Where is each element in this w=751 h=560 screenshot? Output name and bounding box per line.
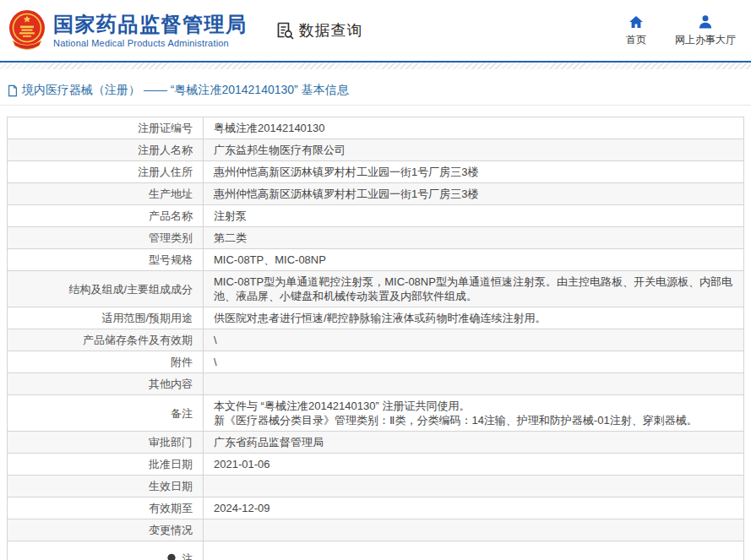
- data-query-label: 数据查询: [299, 20, 363, 41]
- data-query-section[interactable]: 数据查询: [275, 20, 363, 41]
- registration-info-table: 注册证编号 粤械注准20142140130 注册人名称 广东益邦生物医疗有限公司…: [7, 117, 744, 560]
- user-icon: [697, 14, 714, 30]
- table-row: 附件 \: [8, 351, 744, 373]
- nav-service-hall[interactable]: 网上办事大厅: [675, 14, 736, 47]
- row-value: 详情: [204, 541, 744, 560]
- row-label: 结构及组成/主要组成成分: [8, 271, 204, 307]
- table-row: 备注 本文件与 “粤械注准20142140130” 注册证共同使用。 新《医疗器…: [8, 395, 744, 432]
- table-row: 产品名称 注射泵: [8, 205, 744, 227]
- table-row: 型号规格 MIC-08TP、MIC-08NP: [8, 249, 744, 271]
- table-row: 管理类别 第二类: [8, 227, 744, 249]
- row-label: 有效期至: [8, 497, 204, 519]
- row-value: 2021-01-06: [204, 454, 744, 476]
- row-label: 适用范围/预期用途: [8, 307, 204, 329]
- table-row: 注 详情: [8, 541, 744, 560]
- table-row: 批准日期 2021-01-06: [8, 454, 744, 476]
- row-label: 管理类别: [8, 227, 204, 249]
- row-value: 广东益邦生物医疗有限公司: [204, 139, 744, 161]
- table-row: 有效期至 2024-12-09: [8, 497, 744, 519]
- table-row: 变更情况: [8, 519, 744, 541]
- row-value: 粤械注准20142140130: [204, 117, 744, 139]
- note-icon: [166, 554, 180, 560]
- nav-home-label: 首页: [626, 33, 646, 47]
- row-value: 第二类: [204, 227, 744, 249]
- table-row: 适用范围/预期用途 供医院对患者进行恒速/靶控静脉输注液体或药物时准确连续注射用…: [8, 307, 744, 329]
- brand-text: 国家药品监督管理局 National Medical Products Admi…: [53, 13, 248, 48]
- site-header: 国家药品监督管理局 National Medical Products Admi…: [0, 0, 751, 61]
- row-value: MIC-08TP型为单通道靶控注射泵，MIC-08NP型为单通道恒速注射泵。由主…: [204, 271, 744, 307]
- row-value: 本文件与 “粤械注准20142140130” 注册证共同使用。 新《医疗器械分类…: [204, 395, 744, 432]
- row-label: 变更情况: [8, 519, 204, 541]
- row-value: 广东省药品监督管理局: [204, 432, 744, 454]
- row-value: \: [204, 351, 744, 373]
- nav-service-hall-label: 网上办事大厅: [675, 33, 736, 47]
- table-row: 审批部门 广东省药品监督管理局: [8, 432, 744, 454]
- row-label: 备注: [8, 395, 204, 432]
- row-value: \: [204, 329, 744, 351]
- row-value: 惠州仲恺高新区沥林镇罗村村工业园一街1号厂房三3楼: [204, 161, 744, 183]
- brand: 国家药品监督管理局 National Medical Products Admi…: [7, 8, 248, 52]
- nav-home[interactable]: 首页: [626, 14, 646, 47]
- breadcrumb: 境内医疗器械（注册） —— “粤械注准20142140130” 基本信息: [0, 83, 751, 106]
- row-value: [204, 519, 744, 541]
- table-row: 结构及组成/主要组成成分 MIC-08TP型为单通道靶控注射泵，MIC-08NP…: [8, 271, 744, 307]
- row-label: 注册人住所: [8, 161, 204, 183]
- brand-title: 国家药品监督管理局: [53, 13, 248, 36]
- row-label: 注册人名称: [8, 139, 204, 161]
- row-value: [204, 373, 744, 395]
- table-row: 其他内容: [8, 373, 744, 395]
- row-value: [204, 476, 744, 497]
- home-icon: [628, 14, 645, 30]
- table-row: 产品储存条件及有效期 \: [8, 329, 744, 351]
- page-icon: [7, 84, 19, 97]
- header-nav: 首页 网上办事大厅: [626, 14, 736, 47]
- table-row: 注册人住所 惠州仲恺高新区沥林镇罗村村工业园一街1号厂房三3楼: [8, 161, 744, 183]
- row-label: 审批部门: [8, 432, 204, 454]
- breadcrumb-text: 境内医疗器械（注册） —— “粤械注准20142140130” 基本信息: [22, 83, 349, 98]
- row-value: 2024-12-09: [204, 497, 744, 519]
- row-label: 注册证编号: [8, 117, 204, 139]
- row-label: 其他内容: [8, 373, 204, 395]
- row-label: 型号规格: [8, 249, 204, 271]
- row-label: 生产地址: [8, 183, 204, 205]
- note-label: 注: [182, 552, 193, 560]
- brand-subtitle: National Medical Products Administration: [53, 38, 248, 48]
- row-label: 批准日期: [8, 454, 204, 476]
- stripe-band: [0, 63, 751, 69]
- table-row: 生产地址 惠州仲恺高新区沥林镇罗村村工业园一街1号厂房三3楼: [8, 183, 744, 205]
- table-row: 生效日期: [8, 476, 744, 497]
- document-search-icon: [275, 20, 295, 41]
- row-label: 注: [8, 541, 204, 560]
- nmpa-emblem-logo: [7, 8, 47, 52]
- row-value: 注射泵: [204, 205, 744, 227]
- row-label: 生效日期: [8, 476, 204, 497]
- row-value: 供医院对患者进行恒速/靶控静脉输注液体或药物时准确连续注射用。: [204, 307, 744, 329]
- row-value: MIC-08TP、MIC-08NP: [204, 249, 744, 271]
- row-label: 产品储存条件及有效期: [8, 329, 204, 351]
- row-value: 惠州仲恺高新区沥林镇罗村村工业园一街1号厂房三3楼: [204, 183, 744, 205]
- table-row: 注册人名称 广东益邦生物医疗有限公司: [8, 139, 744, 161]
- row-label: 附件: [8, 351, 204, 373]
- row-label: 产品名称: [8, 205, 204, 227]
- table-row: 注册证编号 粤械注准20142140130: [8, 117, 744, 139]
